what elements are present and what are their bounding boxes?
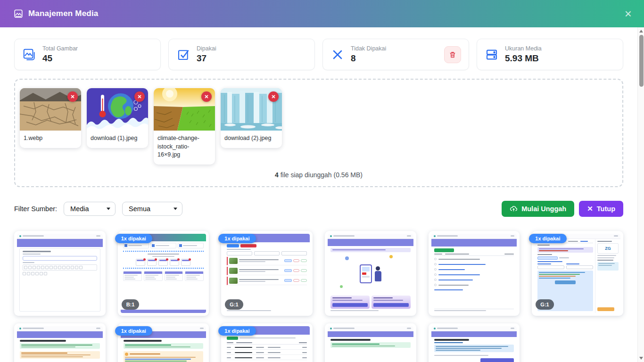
upload-file-list: 1.webp ✕ download (1).jpeg ✕ climate-cha… <box>20 88 618 165</box>
remove-file-icon[interactable]: ✕ <box>268 91 279 102</box>
upload-file-card: climate-change-istock_ratio-16×9.jpg ✕ <box>154 88 215 165</box>
dialog-body: Total Gambar 45 Dipakai 37 <box>0 27 637 362</box>
media-grid-card[interactable] <box>14 231 106 316</box>
upload-dropzone[interactable]: 1.webp ✕ download (1).jpeg ✕ climate-cha… <box>14 79 623 187</box>
x-mark-icon <box>330 48 345 62</box>
start-upload-button[interactable]: Mulai Unggah <box>502 201 574 217</box>
file-name: 1.webp <box>20 131 81 148</box>
images-icon <box>22 48 36 62</box>
stat-label: Dipakai <box>197 45 216 52</box>
upload-summary-text: file siap diunggah (0.56 MB) <box>279 171 363 179</box>
filter-label: Filter Sumber: <box>14 205 57 213</box>
source-count-badge: B:1 <box>122 299 140 310</box>
source-count-badge: G:1 <box>536 299 553 310</box>
usage-badge: 1x dipakai <box>218 234 256 243</box>
media-grid-card[interactable] <box>429 323 520 362</box>
stat-value: 45 <box>42 53 78 64</box>
database-icon <box>485 48 499 62</box>
source-count-badge: G:1 <box>225 299 243 310</box>
stat-used: Dipakai 37 <box>168 39 315 70</box>
media-grid-card[interactable]: ZG 1x dipakaiG:1 <box>532 231 623 316</box>
filter-row: Filter Sumber: Media Semua Mulai Ung <box>14 201 623 217</box>
upload-file-card: 1.webp ✕ <box>20 88 81 148</box>
scrollbar-thumb[interactable] <box>639 35 644 87</box>
dialog-header: Manajemen Media × <box>0 0 644 27</box>
usage-select-wrapper: Semua <box>122 202 182 216</box>
remove-file-icon[interactable]: ✕ <box>67 91 78 102</box>
close-icon: ✕ <box>587 205 593 213</box>
stat-total-images: Total Gambar 45 <box>14 39 161 70</box>
file-name: climate-change-istock_ratio-16×9.jpg <box>154 131 215 165</box>
stat-value: 37 <box>197 53 216 64</box>
media-grid-card[interactable]: 1x dipakaiG:1 <box>221 231 313 316</box>
media-grid-card[interactable] <box>14 323 106 362</box>
trash-icon <box>449 51 456 58</box>
media-grid: 1x dipakaiB:1 1x dipakaiG:1 <box>14 231 623 362</box>
stat-value: 5.93 MB <box>505 53 542 64</box>
file-name: download (1).jpeg <box>87 131 148 148</box>
cloud-upload-icon <box>510 205 518 213</box>
stat-media-size: Ukuran Media 5.93 MB <box>477 39 623 70</box>
image-icon <box>13 8 24 19</box>
media-grid-card[interactable]: 1x dipakai <box>221 323 313 362</box>
remove-file-icon[interactable]: ✕ <box>201 91 212 102</box>
media-grid-card[interactable] <box>429 231 520 316</box>
upload-file-card: download (2).jpeg ✕ <box>221 88 282 148</box>
upload-count: 4 <box>275 171 279 179</box>
stat-label: Total Gambar <box>42 45 78 52</box>
media-grid-card[interactable]: 1x dipakaiB:1 <box>118 231 209 316</box>
stat-unused: Tidak Dipakai 8 <box>322 39 469 70</box>
media-thumbnail-link-list <box>431 234 517 313</box>
stat-value: 8 <box>351 53 386 64</box>
media-thumbnail-doc-alerts-button <box>17 326 103 362</box>
upload-file-card: download (1).jpeg ✕ <box>87 88 148 148</box>
source-select-wrapper: Media <box>64 202 116 216</box>
check-square-icon <box>176 48 190 62</box>
usage-badge: 1x dipakai <box>529 234 566 243</box>
usage-badge: 1x dipakai <box>115 326 152 336</box>
media-thumbnail-illustration-cards <box>328 234 413 313</box>
close-dialog-button[interactable]: ✕ Tutup <box>579 201 623 217</box>
media-grid-card[interactable]: 1x dipakai <box>118 323 209 362</box>
stat-label: Tidak Dipakai <box>351 45 386 52</box>
delete-unused-button[interactable] <box>444 46 461 63</box>
scroll-down-arrow-icon[interactable] <box>639 357 643 360</box>
media-grid-card[interactable] <box>325 323 416 362</box>
action-buttons: Mulai Unggah ✕ Tutup <box>502 201 623 217</box>
remove-file-icon[interactable]: ✕ <box>134 91 145 102</box>
upload-summary: 4 file siap diunggah (0.56 MB) <box>20 171 618 179</box>
usage-badge: 1x dipakai <box>115 234 152 243</box>
scrollbar[interactable] <box>637 27 644 362</box>
media-grid-card[interactable] <box>325 231 416 316</box>
mini-logo-text: ZG <box>605 246 611 251</box>
usage-select[interactable]: Semua <box>122 202 182 216</box>
media-thumbnail-form-editor <box>17 234 103 313</box>
dialog-close-icon[interactable]: × <box>625 8 632 20</box>
stat-label: Ukuran Media <box>505 45 542 52</box>
media-thumbnail-doc-illustration <box>328 326 413 362</box>
media-thumbnail-doc-info-button <box>431 326 517 362</box>
page-title: Manajemen Media <box>28 9 99 18</box>
scroll-up-arrow-icon[interactable] <box>639 30 643 33</box>
stats-row: Total Gambar 45 Dipakai 37 <box>14 39 623 70</box>
usage-badge: 1x dipakai <box>218 326 256 336</box>
source-select[interactable]: Media <box>64 202 116 216</box>
file-name: download (2).jpeg <box>221 131 282 148</box>
